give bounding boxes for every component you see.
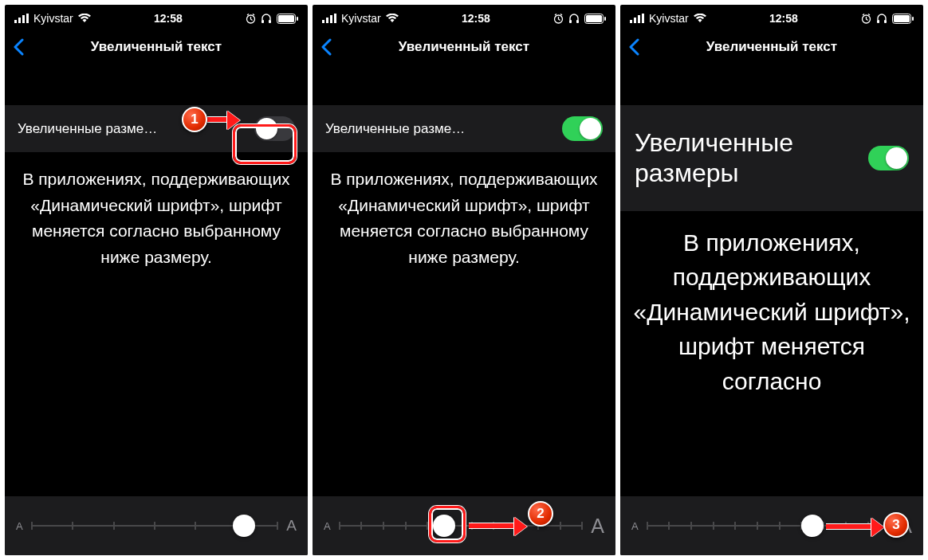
description-text: В приложениях, поддерживаю­щих «Динамиче… — [620, 211, 923, 399]
svg-rect-23 — [642, 14, 644, 23]
svg-rect-28 — [894, 15, 910, 22]
carrier-label: Kyivstar — [33, 12, 73, 25]
svg-rect-21 — [634, 18, 636, 23]
svg-rect-5 — [261, 20, 264, 23]
svg-rect-6 — [269, 20, 271, 23]
alarm-icon — [861, 14, 871, 24]
svg-rect-1 — [18, 18, 21, 23]
back-button[interactable] — [628, 38, 639, 56]
larger-sizes-switch[interactable] — [868, 146, 909, 170]
headphones-icon — [261, 14, 272, 24]
larger-sizes-switch[interactable] — [254, 116, 295, 141]
text-size-slider[interactable] — [31, 514, 279, 538]
larger-sizes-cell[interactable]: Увеличенные разме… — [5, 105, 308, 152]
text-size-slider-row: A A — [5, 496, 308, 555]
battery-icon — [584, 14, 606, 24]
signal-icon — [322, 14, 336, 23]
larger-sizes-label: Увеличенные разме… — [325, 121, 554, 137]
signal-icon — [14, 14, 29, 23]
clock-label: 12:58 — [769, 12, 798, 25]
carrier-label: Kyivstar — [341, 12, 381, 25]
larger-sizes-cell[interactable]: Увеличенные разме… — [313, 105, 615, 152]
svg-rect-22 — [638, 15, 640, 23]
svg-rect-26 — [884, 20, 887, 23]
svg-rect-16 — [576, 20, 579, 23]
back-button[interactable] — [320, 38, 332, 56]
headphones-icon — [876, 14, 887, 24]
svg-rect-25 — [877, 20, 879, 23]
svg-rect-11 — [326, 18, 328, 23]
text-size-slider-row: A A — [313, 496, 615, 555]
alarm-icon — [553, 14, 564, 24]
svg-rect-12 — [330, 15, 332, 23]
status-bar: Kyivstar 12:58 — [620, 5, 923, 32]
a-small-icon: A — [324, 520, 331, 532]
chevron-left-icon — [628, 38, 639, 56]
chevron-left-icon — [13, 38, 24, 56]
larger-sizes-cell[interactable]: Увеличенные размеры — [620, 105, 923, 211]
svg-rect-9 — [297, 17, 298, 21]
arrow-3 — [826, 523, 874, 530]
wifi-icon — [694, 14, 706, 23]
step-marker-1: 1 — [182, 107, 207, 132]
svg-rect-10 — [322, 20, 324, 23]
larger-sizes-label: Увеличенные разме… — [18, 121, 246, 137]
nav-title: Увеличенный текст — [399, 39, 529, 55]
step-marker-2: 2 — [528, 501, 553, 527]
svg-rect-0 — [14, 20, 17, 23]
svg-rect-13 — [334, 14, 336, 23]
nav-bar: Увеличенный текст — [620, 32, 923, 67]
headphones-icon — [568, 14, 580, 24]
svg-rect-8 — [278, 15, 294, 22]
status-bar: Kyivstar 12:58 — [313, 5, 615, 32]
chevron-left-icon — [320, 38, 332, 56]
larger-sizes-switch[interactable] — [562, 116, 603, 141]
battery-icon — [277, 14, 298, 24]
wifi-icon — [78, 14, 91, 23]
arrow-1 — [207, 116, 230, 123]
svg-rect-3 — [26, 14, 29, 23]
battery-icon — [892, 14, 914, 24]
a-small-icon: A — [631, 520, 639, 532]
description-text: В приложениях, поддерживающих «Динамичес… — [313, 152, 615, 270]
svg-rect-29 — [912, 17, 914, 21]
carrier-label: Kyivstar — [649, 12, 689, 25]
clock-label: 12:58 — [462, 12, 490, 25]
screenshot-panel-1: Kyivstar 12:58 Увеличенный текст Увеличе… — [5, 5, 308, 555]
screenshot-panel-3: Kyivstar 12:58 Увеличенный текст Увеличе… — [620, 5, 923, 555]
svg-rect-19 — [604, 17, 606, 21]
signal-icon — [630, 14, 644, 23]
back-button[interactable] — [13, 38, 24, 56]
nav-bar: Увеличенный текст — [313, 32, 615, 67]
a-large-icon: A — [286, 517, 297, 535]
svg-rect-2 — [22, 15, 25, 23]
screenshot-panel-2: Kyivstar 12:58 Увеличенный текст Увеличе… — [313, 5, 615, 555]
svg-rect-15 — [569, 20, 572, 23]
wifi-icon — [386, 14, 399, 23]
a-large-icon: A — [591, 515, 604, 538]
a-small-icon: A — [16, 520, 23, 532]
arrow-2 — [469, 523, 517, 529]
clock-label: 12:58 — [154, 12, 183, 25]
alarm-icon — [246, 14, 256, 24]
larger-sizes-label: Увеличенные размеры — [635, 127, 857, 189]
nav-title: Увеличенный текст — [706, 39, 837, 55]
nav-bar: Увеличенный текст — [5, 32, 308, 67]
svg-rect-20 — [630, 20, 632, 23]
nav-title: Увеличенный текст — [91, 39, 222, 55]
status-bar: Kyivstar 12:58 — [5, 5, 308, 32]
svg-rect-18 — [586, 15, 602, 22]
description-text: В приложениях, поддерживающих «Динамичес… — [5, 152, 308, 270]
step-marker-3: 3 — [883, 512, 909, 538]
